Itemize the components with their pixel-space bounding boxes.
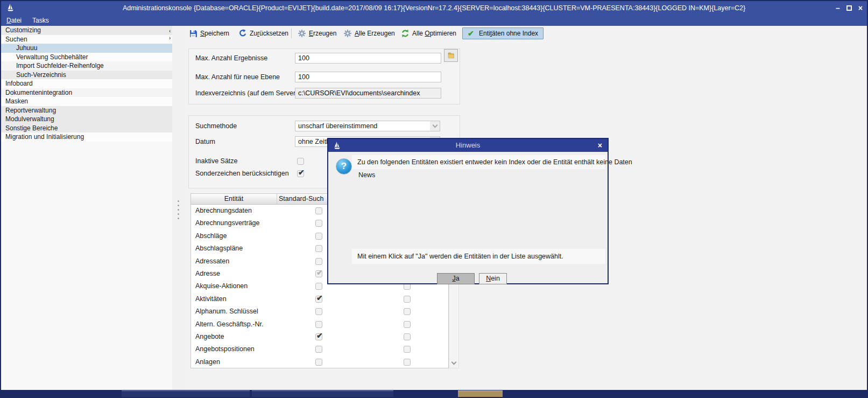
std-suche-checkbox[interactable] <box>315 220 322 227</box>
table-row[interactable]: Altern. Geschäftsp.-Nr. <box>191 318 448 331</box>
std-suche-checkbox[interactable] <box>315 283 322 290</box>
sidebar-item-modulverwaltung[interactable]: Modulverwaltung <box>1 115 172 124</box>
dialog-message: Zu den folgenden Entitäten existiert ent… <box>357 155 632 169</box>
std-suche-checkbox[interactable] <box>315 333 322 340</box>
nein-button[interactable]: Nein <box>479 273 507 284</box>
std-suche-checkbox[interactable] <box>315 296 322 303</box>
sidebar-item-infoboard[interactable]: Infoboard <box>1 79 172 88</box>
col3-checkbox[interactable] <box>404 359 411 366</box>
max-ergebnisse-input[interactable] <box>295 53 441 64</box>
sidebar-item-masken[interactable]: Masken <box>1 97 172 106</box>
chevron-down-icon <box>430 121 440 131</box>
alle-optimieren-button[interactable]: Alle Optimieren <box>401 27 456 39</box>
dialog-close-button[interactable]: × <box>598 139 602 152</box>
indexverzeichnis-label: Indexverzeichnis (auf dem Server) <box>195 88 298 99</box>
column-header-standard-suche[interactable]: Standard-Such <box>279 194 323 205</box>
col3-checkbox[interactable] <box>404 308 411 315</box>
toolbar-separator <box>291 29 292 38</box>
gear-icon <box>343 29 352 38</box>
splitter-grip <box>178 200 179 219</box>
suchmethode-label: Suchmethode <box>195 121 237 131</box>
indexverzeichnis-input[interactable] <box>295 88 441 99</box>
dialog-entity-list: News <box>358 170 375 180</box>
folder-icon <box>447 52 455 59</box>
sidebar-item-suchen[interactable]: Suchen <box>1 35 172 44</box>
sidebar-item-import-suchfelder[interactable]: Import Suchfelder-Reihenfolge <box>1 61 172 71</box>
sidebar-item-verwaltung-suchbehaelter[interactable]: Verwaltung Suchbehälter <box>1 53 172 62</box>
std-suche-checkbox[interactable] <box>315 308 322 315</box>
reset-icon <box>238 29 247 38</box>
sidebar-item-reportverwaltung[interactable]: Reportverwaltung <box>1 106 172 115</box>
max-neue-ebene-label: Max. Anzahl für neue Ebene <box>195 72 280 82</box>
col3-checkbox[interactable] <box>404 333 411 340</box>
suchmethode-select[interactable]: unscharf übereinstimmend <box>295 121 440 131</box>
save-icon <box>189 29 197 38</box>
entitaeten-ohne-index-button[interactable]: ✔ Entitäten ohne Index <box>462 27 544 39</box>
optimize-icon <box>401 29 410 38</box>
std-suche-checkbox[interactable] <box>315 321 322 328</box>
minimize-button[interactable]: – <box>836 4 840 12</box>
sonderzeichen-checkbox[interactable] <box>297 170 304 177</box>
col3-checkbox[interactable] <box>404 321 411 328</box>
sidebar-item-migration[interactable]: Migration und Initialisierung <box>1 132 172 142</box>
column-header-entitaet[interactable]: Entität <box>191 194 277 205</box>
std-suche-checkbox[interactable] <box>315 359 322 366</box>
dialog-title: Hinweis <box>328 139 608 152</box>
table-row[interactable]: Alphanum. Schlüssel <box>191 305 448 318</box>
maximize-button[interactable] <box>846 5 852 11</box>
table-row[interactable]: Aktivitäten <box>191 293 448 305</box>
std-suche-checkbox[interactable] <box>315 258 322 265</box>
window-title: Administrationskonsole {Database=ORACLE}… <box>1 1 867 15</box>
max-neue-ebene-input[interactable] <box>295 72 441 82</box>
col3-checkbox[interactable] <box>404 346 411 353</box>
dialog-title-bar: Hinweis × <box>328 139 608 152</box>
table-row[interactable]: Angebotspositionen <box>191 343 448 355</box>
erzeugen-button[interactable]: Erzeugen <box>298 27 336 39</box>
std-suche-checkbox[interactable] <box>315 207 322 214</box>
question-icon: ? <box>336 158 352 174</box>
datum-label: Datum <box>195 136 215 147</box>
ja-button[interactable]: Ja <box>437 273 475 284</box>
sidebar-item-dokumentenintegration[interactable]: Dokumentenintegration <box>1 88 172 97</box>
sidebar-item-such-verzeichnis[interactable]: Such-Verzeichnis <box>1 71 172 80</box>
hinweis-dialog: Hinweis × ? Zu den folgenden Entitäten e… <box>327 138 609 284</box>
sidebar-splitter[interactable]: ‹ › <box>172 26 185 391</box>
inaktive-saetze-label: Inaktive Sätze <box>195 156 238 166</box>
std-suche-checkbox[interactable] <box>315 346 322 353</box>
close-button[interactable]: × <box>858 4 863 12</box>
table-row[interactable]: Angebote <box>191 331 448 343</box>
menu-tasks[interactable]: Tasks <box>32 17 49 24</box>
std-suche-checkbox[interactable] <box>315 270 322 277</box>
taskbar-strip <box>1 390 867 397</box>
sidebar-item-juhuuu[interactable]: Juhuuu <box>1 44 172 53</box>
dialog-hint: Mit einem Klick auf "Ja" werden die Enti… <box>357 249 563 264</box>
sidebar-item-sonstige-bereiche[interactable]: Sonstige Bereiche <box>1 124 172 133</box>
std-suche-checkbox[interactable] <box>315 245 322 252</box>
max-ergebnisse-label: Max. Anzahl Ergebnisse <box>195 53 267 64</box>
navigation-sidebar: Customizing Suchen Juhuuu Verwaltung Suc… <box>1 26 172 391</box>
title-bar: Administrationskonsole {Database=ORACLE}… <box>1 1 867 15</box>
collapse-left-icon[interactable]: ‹ <box>169 29 171 34</box>
std-suche-checkbox[interactable] <box>315 233 322 240</box>
gear-icon <box>298 29 306 38</box>
speichern-button[interactable]: Speichern <box>189 27 229 39</box>
application-window: Administrationskonsole {Database=ORACLE}… <box>0 0 868 398</box>
menu-datei[interactable]: Datei <box>6 17 22 24</box>
browse-folder-button[interactable] <box>444 49 458 62</box>
sidebar-item-customizing[interactable]: Customizing <box>1 26 172 35</box>
check-icon: ✔ <box>468 29 476 38</box>
scroll-down-button[interactable] <box>449 359 458 368</box>
collapse-right-icon[interactable]: › <box>169 36 171 41</box>
col3-checkbox[interactable] <box>404 296 411 303</box>
alle-erzeugen-button[interactable]: Alle Erzeugen <box>343 27 395 39</box>
zuruecksetzen-button[interactable]: Zurücksetzen <box>238 27 288 39</box>
limits-group: Max. Anzahl Ergebnisse Max. Anzahl für n… <box>188 48 460 104</box>
sonderzeichen-label: Sonderzeichen berücksichtigen <box>195 168 289 179</box>
menu-bar: Datei Tasks <box>1 15 867 26</box>
inaktive-saetze-checkbox[interactable] <box>297 158 304 165</box>
table-row[interactable]: Anlagen <box>191 356 448 368</box>
